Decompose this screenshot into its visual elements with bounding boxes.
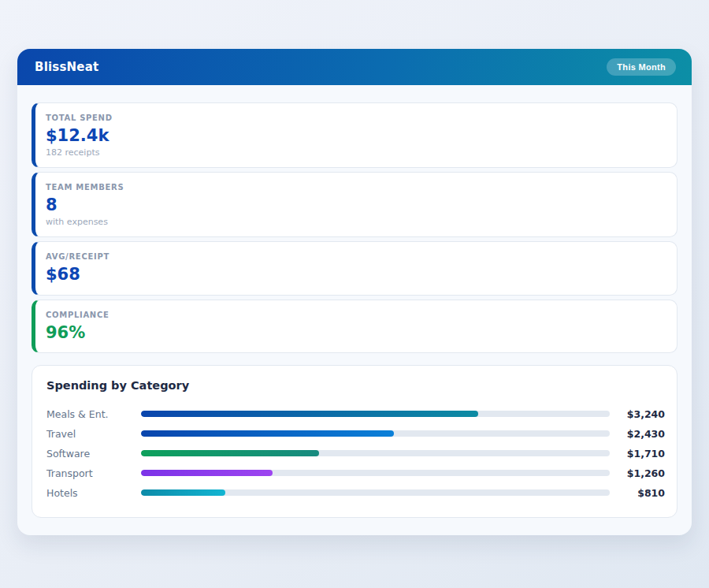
stat-card-compliance: COMPLIANCE 96% [32,300,677,353]
category-row-meals: Meals & Ent. $3,240 [46,404,665,424]
category-row-software: Software $1,710 [46,444,665,463]
category-label: Meals & Ent. [46,408,141,420]
bar-fill-software [141,450,319,456]
category-value: $1,710 [610,448,665,460]
stat-value: 8 [46,195,664,215]
stat-label: COMPLIANCE [46,311,664,319]
stat-label: AVG/RECEIPT [46,252,664,261]
app-header: BlissNeat This Month [17,49,692,85]
dashboard-panel: BlissNeat This Month TOTAL SPEND $12.4k … [17,49,692,535]
stat-card-total-spend: TOTAL SPEND $12.4k 182 receipts [32,102,677,168]
category-row-transport: Transport $1,260 [46,463,665,483]
stat-card-team-members: TEAM MEMBERS 8 with expenses [32,172,677,237]
stat-value: $12.4k [46,126,664,146]
bar-track [141,411,610,417]
bar-fill-meals [141,411,478,417]
panel-body: TOTAL SPEND $12.4k 182 receipts TEAM MEM… [17,85,692,518]
bar-fill-travel [141,430,394,437]
bar-track [141,430,610,437]
bar-fill-transport [141,470,273,476]
stat-subtext: with expenses [46,217,664,227]
app-title: BlissNeat [35,60,98,74]
stat-value: $68 [46,265,664,285]
stat-subtext: 182 receipts [46,147,664,158]
category-row-hotels: Hotels $810 [46,483,665,503]
category-value: $3,240 [610,408,665,420]
category-label: Travel [46,428,141,440]
spending-by-category-card: Spending by Category Meals & Ent. $3,240… [32,365,677,518]
period-badge[interactable]: This Month [607,58,676,76]
stat-card-avg-receipt: AVG/RECEIPT $68 [32,241,677,295]
category-value: $2,430 [610,428,665,440]
stat-value: 96% [46,323,664,343]
stat-label: TOTAL SPEND [46,114,664,122]
category-value: $810 [610,487,665,499]
page-background: { "header": { "title": "BlissNeat", "bad… [0,0,709,588]
category-row-travel: Travel $2,430 [46,424,665,444]
bar-track [141,489,610,496]
chart-title: Spending by Category [46,379,665,392]
category-label: Software [46,448,141,460]
category-value: $1,260 [610,467,665,479]
bar-track [141,470,610,476]
stat-label: TEAM MEMBERS [46,183,664,192]
category-label: Hotels [46,487,141,499]
bar-track [141,450,610,456]
bar-fill-hotels [141,489,225,496]
category-label: Transport [46,467,141,479]
